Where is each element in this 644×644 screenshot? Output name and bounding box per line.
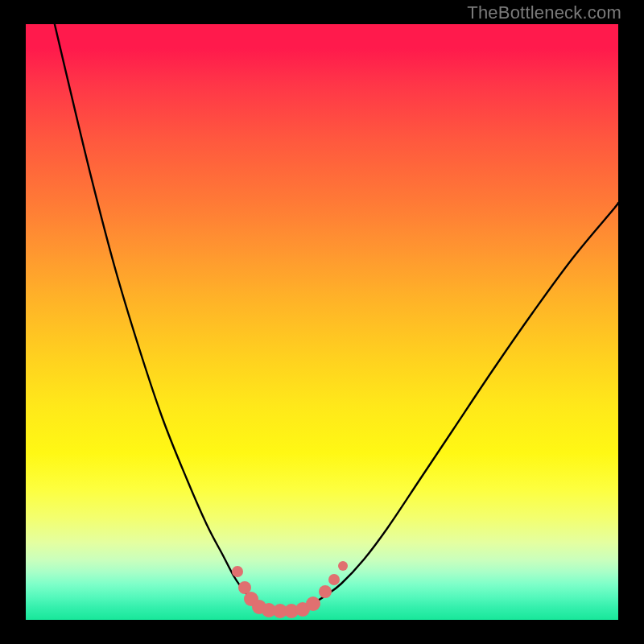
plot-area xyxy=(26,24,618,620)
marker-10 xyxy=(328,574,340,585)
markers-group xyxy=(232,561,348,618)
watermark-text: TheBottleneck.com xyxy=(467,2,621,23)
marker-0 xyxy=(232,566,243,577)
curves-group xyxy=(50,24,618,610)
series-right-curve xyxy=(316,203,618,602)
curve-layer xyxy=(26,24,618,620)
marker-8 xyxy=(306,597,320,611)
series-left-curve xyxy=(50,24,258,608)
marker-11 xyxy=(338,561,348,571)
marker-9 xyxy=(319,585,332,598)
